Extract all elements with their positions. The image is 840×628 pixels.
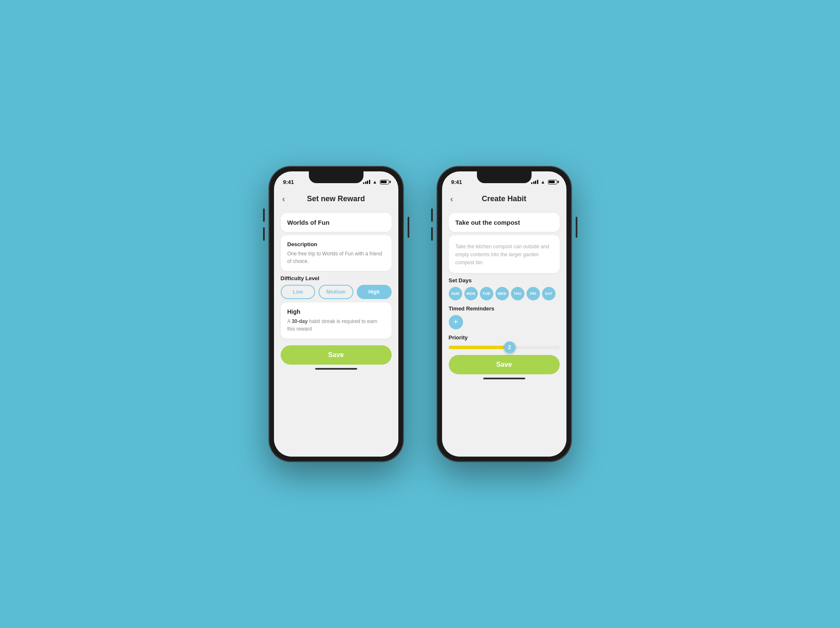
signal-icon	[363, 180, 370, 184]
difficulty-info-card: High A 30-day habit streak is required t…	[281, 302, 392, 339]
screen-content-2: Take out the compost Take the kitchen co…	[442, 213, 566, 457]
home-indicator	[315, 368, 357, 370]
screen-content: Worlds of Fun Description One free trip …	[274, 213, 398, 457]
phone-2-screen: 9:41 ▲	[442, 171, 566, 457]
save-button-2[interactable]: Save	[449, 355, 560, 374]
save-button[interactable]: Save	[281, 345, 392, 365]
status-time: 9:41	[283, 179, 294, 185]
reward-name-card: Worlds of Fun	[281, 213, 392, 232]
priority-label: Priority	[449, 334, 560, 341]
add-reminder-button[interactable]: +	[449, 315, 463, 329]
battery-icon-2	[548, 180, 557, 184]
priority-slider-track[interactable]: 2	[449, 346, 560, 349]
description-label: Description	[287, 241, 385, 247]
status-icons-2: ▲	[531, 179, 557, 184]
vol-down-btn-2	[431, 227, 433, 241]
difficulty-info-title: High	[287, 308, 385, 315]
wifi-icon: ▲	[373, 179, 377, 184]
day-mon[interactable]: MON	[464, 287, 478, 300]
power-btn	[408, 217, 409, 238]
home-indicator-2	[483, 378, 525, 379]
status-time-2: 9:41	[451, 179, 462, 185]
nav-bar: ‹ Set new Reward	[274, 190, 398, 210]
difficulty-low-button[interactable]: Low	[281, 285, 316, 299]
description-card: Description One free trip to Worlds of F…	[281, 235, 392, 271]
difficulty-high-button[interactable]: High	[357, 285, 392, 299]
timed-reminders-section: Timed Reminders +	[449, 305, 560, 329]
streak-number: 30-day	[292, 318, 308, 324]
days-row: SUN MON TUE WED THU FRI SAT	[449, 287, 560, 300]
day-fri[interactable]: FRI	[527, 287, 540, 300]
phone-2: 9:41 ▲	[437, 166, 571, 462]
battery-icon	[380, 180, 389, 184]
vol-up-btn	[263, 208, 265, 222]
page-title: Set new Reward	[307, 194, 365, 203]
phone-1: 9:41 ▲	[269, 166, 403, 462]
difficulty-medium-button[interactable]: Medium	[319, 285, 353, 299]
scene: 9:41 ▲	[244, 141, 597, 487]
vol-up-btn-2	[431, 208, 433, 222]
difficulty-buttons: Low Medium High	[281, 285, 392, 299]
habit-name: Take out the compost	[456, 219, 553, 226]
difficulty-info-text: A 30-day habit streak is required to ear…	[287, 318, 385, 333]
slider-thumb[interactable]: 2	[504, 342, 516, 353]
power-btn-2	[576, 217, 577, 238]
notch-2	[477, 171, 532, 183]
page-title-2: Create Habit	[482, 194, 526, 203]
day-sat[interactable]: SAT	[542, 287, 556, 300]
description-text: One free trip to Worlds of Fun with a fr…	[287, 250, 385, 265]
habit-description-card: Take the kitchen compost can outside and…	[449, 235, 560, 273]
priority-section: Priority 2	[449, 334, 560, 349]
signal-icon-2	[531, 180, 538, 184]
back-button-2[interactable]: ‹	[449, 192, 455, 205]
vol-down-btn	[263, 227, 265, 241]
priority-value: 2	[508, 344, 511, 350]
set-days-label: Set Days	[449, 277, 560, 284]
back-button[interactable]: ‹	[281, 192, 287, 205]
day-tue[interactable]: TUE	[480, 287, 493, 300]
day-thu[interactable]: THU	[511, 287, 524, 300]
set-days-section: Set Days SUN MON TUE WED THU FRI SAT	[449, 277, 560, 300]
timed-reminders-label: Timed Reminders	[449, 305, 560, 312]
habit-description-text: Take the kitchen compost can outside and…	[456, 243, 553, 267]
difficulty-section: Difficulty Level Low Medium High	[281, 275, 392, 299]
habit-name-card: Take out the compost	[449, 213, 560, 232]
phone-1-screen: 9:41 ▲	[274, 171, 398, 457]
nav-bar-2: ‹ Create Habit	[442, 190, 566, 210]
day-wed[interactable]: WED	[495, 287, 509, 300]
status-icons: ▲	[363, 179, 389, 184]
reward-name: Worlds of Fun	[287, 219, 385, 226]
wifi-icon-2: ▲	[541, 179, 545, 184]
slider-fill	[449, 346, 510, 349]
notch	[309, 171, 363, 183]
difficulty-label: Difficulty Level	[281, 275, 392, 281]
day-sun[interactable]: SUN	[449, 287, 462, 300]
